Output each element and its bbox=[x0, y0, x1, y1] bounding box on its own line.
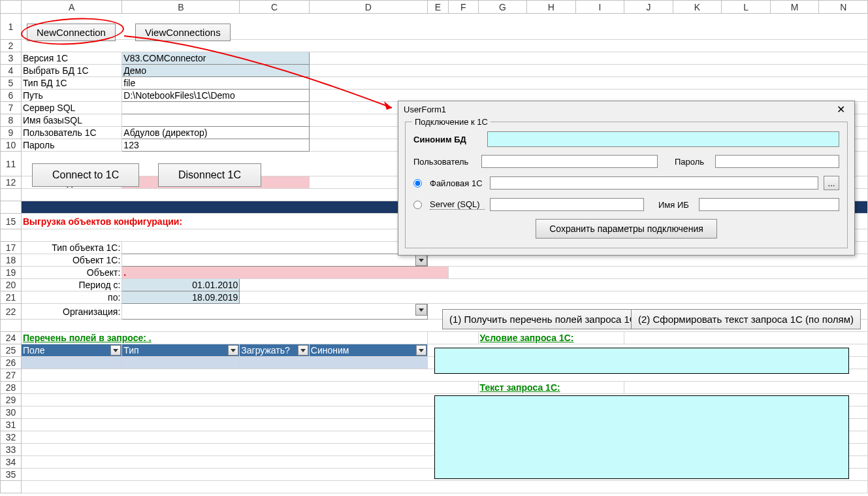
col-header-J[interactable]: J bbox=[624, 1, 673, 14]
chevron-down-icon[interactable] bbox=[415, 304, 427, 316]
col-header-I[interactable]: I bbox=[575, 1, 624, 14]
cell-select-db[interactable]: Демо bbox=[122, 65, 309, 77]
row-header-10[interactable]: 10 bbox=[1, 139, 22, 152]
row-header-27[interactable]: 27 bbox=[1, 369, 22, 382]
row-header-25[interactable]: 25 bbox=[1, 344, 22, 357]
label-sql-server: Сервер SQL bbox=[21, 102, 121, 114]
radio-server[interactable] bbox=[413, 201, 422, 209]
th-field[interactable]: Поле bbox=[21, 344, 121, 357]
file-path-input[interactable] bbox=[490, 176, 818, 190]
row-header-20[interactable]: 20 bbox=[1, 279, 22, 291]
label-ibname: Имя ИБ bbox=[658, 200, 694, 210]
save-connection-button[interactable]: Сохранить параметры подключения bbox=[536, 219, 717, 239]
col-header-E[interactable]: E bbox=[427, 1, 448, 14]
row-header-2[interactable]: 2 bbox=[1, 40, 22, 52]
chevron-down-icon[interactable] bbox=[415, 254, 427, 266]
col-header-F[interactable]: F bbox=[448, 1, 478, 14]
build-query-button[interactable]: (2) Сформировать текст запроса 1С (по по… bbox=[631, 309, 861, 329]
label-period-from: Период с: bbox=[21, 279, 121, 291]
cell-db-type[interactable]: file bbox=[122, 77, 309, 90]
row-header-17[interactable]: 17 bbox=[1, 242, 22, 254]
row-header-12[interactable]: 12 bbox=[1, 176, 22, 189]
row-header-9[interactable]: 9 bbox=[1, 127, 22, 139]
cell-user[interactable]: Абдулов (директор) bbox=[122, 127, 309, 139]
th-type[interactable]: Тип bbox=[122, 344, 240, 357]
th-load[interactable]: Загружать? bbox=[240, 344, 309, 357]
fieldset-legend: Подключение к 1С bbox=[412, 117, 490, 127]
row-header-21[interactable]: 21 bbox=[1, 291, 22, 304]
row-header-31[interactable]: 31 bbox=[1, 419, 22, 431]
synonym-input[interactable] bbox=[487, 131, 839, 147]
row-header-18[interactable]: 18 bbox=[1, 254, 22, 267]
new-connection-button[interactable]: NewConnection bbox=[27, 24, 116, 41]
label-version: Версия 1С bbox=[21, 52, 121, 65]
connect-button[interactable]: Connect to 1C bbox=[32, 163, 139, 187]
row-header-22[interactable]: 22 bbox=[1, 304, 22, 320]
row-header-4[interactable]: 4 bbox=[1, 65, 22, 77]
ibname-input[interactable] bbox=[699, 198, 839, 211]
row-header-32[interactable]: 32 bbox=[1, 431, 22, 444]
label-server[interactable]: Server (SQL) bbox=[430, 199, 485, 210]
col-header-M[interactable]: M bbox=[770, 1, 819, 14]
row-header-29[interactable]: 29 bbox=[1, 394, 22, 406]
cell-sql-server[interactable] bbox=[122, 102, 309, 114]
dropdown-obj-type[interactable] bbox=[122, 242, 427, 254]
cell-period-from[interactable]: 01.01.2010 bbox=[122, 279, 240, 291]
cond-title: Условие запроса 1С: bbox=[478, 332, 624, 344]
label-file1c[interactable]: Файловая 1С bbox=[430, 178, 485, 188]
row-header-7[interactable]: 7 bbox=[1, 102, 22, 114]
userform1-dialog[interactable]: UserForm1 ✕ Подключение к 1С Синоним БД … bbox=[398, 101, 855, 256]
col-header-A[interactable]: A bbox=[21, 1, 121, 14]
dropdown-obj-1c[interactable] bbox=[122, 254, 427, 267]
col-header-N[interactable]: N bbox=[819, 1, 868, 14]
col-header-K[interactable]: K bbox=[673, 1, 722, 14]
col-header-C[interactable]: C bbox=[240, 1, 309, 14]
row-header-24[interactable]: 24 bbox=[1, 332, 22, 344]
label-obj-type: Тип объекта 1С: bbox=[21, 242, 121, 254]
table-row[interactable] bbox=[21, 357, 121, 369]
password-input[interactable] bbox=[715, 155, 839, 168]
condition-textbox[interactable] bbox=[434, 348, 849, 374]
col-header-G[interactable]: G bbox=[478, 1, 527, 14]
col-header-L[interactable]: L bbox=[722, 1, 771, 14]
row-header-11[interactable]: 11 bbox=[1, 152, 22, 176]
browse-button[interactable]: ... bbox=[824, 176, 839, 190]
close-icon[interactable]: ✕ bbox=[833, 103, 849, 116]
cell-period-to[interactable]: 18.09.2019 bbox=[122, 291, 240, 304]
query-text-textbox[interactable] bbox=[434, 395, 849, 479]
get-fields-button[interactable]: (1) Получить перечень полей запроса 1С bbox=[442, 309, 644, 329]
filter-icon[interactable] bbox=[110, 345, 121, 355]
disconnect-button[interactable]: Disonnect 1C bbox=[158, 163, 261, 187]
row-header-19[interactable]: 19 bbox=[1, 267, 22, 279]
row-header-8[interactable]: 8 bbox=[1, 114, 22, 127]
row-header-28[interactable]: 28 bbox=[1, 382, 22, 394]
row-header-33[interactable]: 33 bbox=[1, 444, 22, 456]
cell-path[interactable]: D:\NotebookFiles\1C\Demo bbox=[122, 90, 309, 102]
filter-icon[interactable] bbox=[416, 345, 426, 355]
radio-file1c[interactable] bbox=[413, 179, 422, 188]
server-input[interactable] bbox=[490, 198, 644, 211]
filter-icon[interactable] bbox=[228, 345, 238, 355]
row-header-6[interactable]: 6 bbox=[1, 90, 22, 102]
row-header-26[interactable]: 26 bbox=[1, 357, 22, 369]
row-header-3[interactable]: 3 bbox=[1, 52, 22, 65]
row-header-34[interactable]: 34 bbox=[1, 456, 22, 469]
row-header-1[interactable]: 1 bbox=[1, 14, 22, 40]
col-header-B[interactable]: B bbox=[122, 1, 240, 14]
label-period-to: по: bbox=[21, 291, 121, 304]
cell-version[interactable]: V83.COMConnector bbox=[122, 52, 309, 65]
user-input[interactable] bbox=[481, 155, 658, 168]
col-header-H[interactable]: H bbox=[527, 1, 576, 14]
row-header-35[interactable]: 35 bbox=[1, 469, 22, 481]
row-header-15[interactable]: 15 bbox=[1, 214, 22, 229]
filter-icon[interactable] bbox=[298, 345, 308, 355]
cell-sql-db[interactable] bbox=[122, 114, 309, 127]
qtext-title: Текст запроса 1С: bbox=[478, 382, 624, 394]
view-connections-button[interactable]: ViewConnections bbox=[135, 24, 231, 41]
row-header-5[interactable]: 5 bbox=[1, 77, 22, 90]
dropdown-org[interactable] bbox=[122, 304, 427, 320]
col-header-D[interactable]: D bbox=[309, 1, 427, 14]
row-header-30[interactable]: 30 bbox=[1, 406, 22, 419]
th-synonym[interactable]: Синоним bbox=[309, 344, 427, 357]
cell-password[interactable]: 123 bbox=[122, 139, 309, 152]
